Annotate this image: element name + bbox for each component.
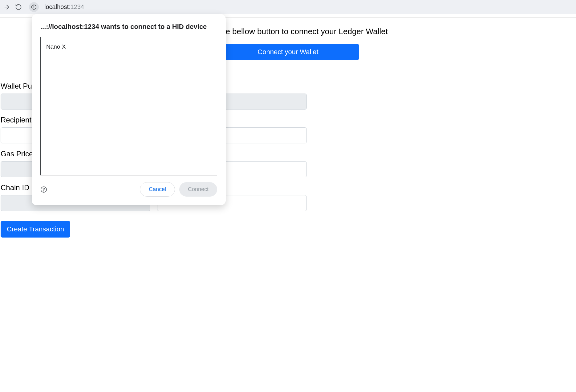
connect-wallet-button[interactable]: Connect your Wallet bbox=[217, 44, 359, 60]
site-info-icon[interactable] bbox=[29, 2, 39, 12]
browser-toolbar: localhost:1234 bbox=[0, 0, 576, 14]
svg-point-3 bbox=[34, 6, 34, 6]
hid-permission-dialog: ...://localhost:1234 wants to connect to… bbox=[32, 14, 226, 205]
device-item[interactable]: Nano X bbox=[46, 43, 211, 51]
url-port: :1234 bbox=[69, 3, 84, 10]
dialog-footer: Cancel Connect bbox=[40, 182, 217, 197]
dialog-buttons: Cancel Connect bbox=[140, 182, 217, 197]
connect-button[interactable]: Connect bbox=[179, 182, 217, 197]
svg-point-5 bbox=[43, 190, 44, 191]
forward-icon[interactable] bbox=[3, 3, 10, 11]
help-icon[interactable] bbox=[40, 186, 47, 193]
device-list[interactable]: Nano X bbox=[40, 37, 217, 175]
cancel-button[interactable]: Cancel bbox=[140, 182, 175, 197]
url-host: localhost bbox=[44, 3, 69, 10]
dialog-title: ...://localhost:1234 wants to connect to… bbox=[40, 23, 217, 31]
address-bar[interactable]: localhost:1234 bbox=[44, 3, 84, 10]
reload-icon[interactable] bbox=[15, 3, 22, 11]
create-transaction-button[interactable]: Create Transaction bbox=[1, 221, 70, 238]
